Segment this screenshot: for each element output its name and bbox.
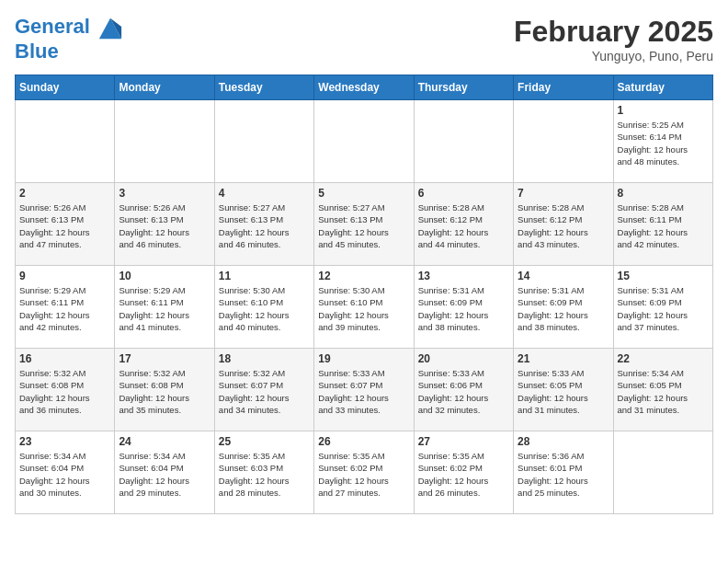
- day-info: Sunrise: 5:27 AMSunset: 6:13 PMDaylight:…: [318, 201, 409, 250]
- calendar-cell: [613, 431, 712, 514]
- col-header-saturday: Saturday: [613, 75, 712, 100]
- day-number: 22: [618, 352, 709, 365]
- day-info: Sunrise: 5:27 AMSunset: 6:13 PMDaylight:…: [219, 201, 310, 250]
- calendar-cell: 20Sunrise: 5:33 AMSunset: 6:06 PMDayligh…: [414, 349, 513, 431]
- day-info: Sunrise: 5:28 AMSunset: 6:12 PMDaylight:…: [418, 201, 509, 250]
- calendar-cell: 3Sunrise: 5:26 AMSunset: 6:13 PMDaylight…: [115, 183, 214, 266]
- calendar-cell: 16Sunrise: 5:32 AMSunset: 6:08 PMDayligh…: [16, 349, 115, 431]
- day-info: Sunrise: 5:34 AMSunset: 6:04 PMDaylight:…: [19, 450, 110, 499]
- calendar-cell: 27Sunrise: 5:35 AMSunset: 6:02 PMDayligh…: [414, 431, 513, 514]
- day-number: 21: [518, 352, 609, 365]
- day-info: Sunrise: 5:33 AMSunset: 6:05 PMDaylight:…: [518, 367, 609, 416]
- day-number: 6: [418, 187, 509, 200]
- day-info: Sunrise: 5:29 AMSunset: 6:11 PMDaylight:…: [19, 284, 110, 333]
- day-number: 7: [518, 187, 609, 200]
- calendar-cell: [414, 100, 513, 183]
- day-info: Sunrise: 5:35 AMSunset: 6:02 PMDaylight:…: [418, 450, 509, 499]
- day-number: 10: [119, 270, 210, 282]
- day-number: 23: [19, 435, 110, 448]
- calendar-cell: [16, 100, 115, 183]
- day-number: 15: [618, 270, 709, 282]
- calendar-cell: 18Sunrise: 5:32 AMSunset: 6:07 PMDayligh…: [214, 349, 313, 431]
- logo-text2: Blue: [15, 40, 123, 63]
- day-number: 14: [518, 270, 609, 282]
- day-info: Sunrise: 5:36 AMSunset: 6:01 PMDaylight:…: [518, 450, 609, 499]
- day-number: 27: [418, 435, 509, 448]
- col-header-tuesday: Tuesday: [214, 75, 313, 100]
- calendar-cell: 7Sunrise: 5:28 AMSunset: 6:12 PMDaylight…: [514, 183, 613, 266]
- logo: General Blue: [15, 15, 123, 63]
- day-info: Sunrise: 5:31 AMSunset: 6:09 PMDaylight:…: [418, 284, 509, 333]
- calendar-cell: 1Sunrise: 5:25 AMSunset: 6:14 PMDaylight…: [613, 100, 712, 183]
- col-header-monday: Monday: [115, 75, 214, 100]
- day-number: 5: [318, 187, 409, 200]
- calendar-cell: 22Sunrise: 5:34 AMSunset: 6:05 PMDayligh…: [613, 349, 712, 431]
- calendar-cell: 19Sunrise: 5:33 AMSunset: 6:07 PMDayligh…: [314, 349, 414, 431]
- calendar-cell: 10Sunrise: 5:29 AMSunset: 6:11 PMDayligh…: [115, 266, 214, 349]
- day-info: Sunrise: 5:26 AMSunset: 6:13 PMDaylight:…: [119, 201, 210, 250]
- calendar-cell: 11Sunrise: 5:30 AMSunset: 6:10 PMDayligh…: [214, 266, 313, 349]
- day-number: 1: [618, 104, 709, 117]
- col-header-friday: Friday: [514, 75, 613, 100]
- day-info: Sunrise: 5:29 AMSunset: 6:11 PMDaylight:…: [119, 284, 210, 333]
- day-number: 17: [119, 352, 210, 365]
- day-info: Sunrise: 5:34 AMSunset: 6:04 PMDaylight:…: [119, 450, 210, 499]
- day-number: 16: [19, 352, 110, 365]
- calendar-cell: 8Sunrise: 5:28 AMSunset: 6:11 PMDaylight…: [613, 183, 712, 266]
- page-header: General Blue February 2025 Yunguyo, Puno…: [15, 15, 713, 63]
- day-info: Sunrise: 5:31 AMSunset: 6:09 PMDaylight:…: [618, 284, 709, 333]
- day-number: 26: [318, 435, 409, 448]
- day-info: Sunrise: 5:31 AMSunset: 6:09 PMDaylight:…: [518, 284, 609, 333]
- day-number: 11: [219, 270, 310, 282]
- day-number: 24: [119, 435, 210, 448]
- calendar-cell: [115, 100, 214, 183]
- day-number: 13: [418, 270, 509, 282]
- calendar-cell: 24Sunrise: 5:34 AMSunset: 6:04 PMDayligh…: [115, 431, 214, 514]
- calendar-cell: 15Sunrise: 5:31 AMSunset: 6:09 PMDayligh…: [613, 266, 712, 349]
- calendar-cell: [214, 100, 313, 183]
- calendar-cell: [514, 100, 613, 183]
- col-header-sunday: Sunday: [16, 75, 115, 100]
- calendar-cell: 23Sunrise: 5:34 AMSunset: 6:04 PMDayligh…: [16, 431, 115, 514]
- calendar-cell: 5Sunrise: 5:27 AMSunset: 6:13 PMDaylight…: [314, 183, 414, 266]
- calendar-table: SundayMondayTuesdayWednesdayThursdayFrid…: [15, 75, 713, 514]
- day-number: 12: [318, 270, 409, 282]
- calendar-cell: 26Sunrise: 5:35 AMSunset: 6:02 PMDayligh…: [314, 431, 414, 514]
- day-number: 25: [219, 435, 310, 448]
- day-info: Sunrise: 5:32 AMSunset: 6:07 PMDaylight:…: [219, 367, 310, 416]
- col-header-thursday: Thursday: [414, 75, 513, 100]
- day-number: 8: [618, 187, 709, 200]
- day-info: Sunrise: 5:30 AMSunset: 6:10 PMDaylight:…: [318, 284, 409, 333]
- calendar-cell: 17Sunrise: 5:32 AMSunset: 6:08 PMDayligh…: [115, 349, 214, 431]
- day-info: Sunrise: 5:33 AMSunset: 6:06 PMDaylight:…: [418, 367, 509, 416]
- day-info: Sunrise: 5:26 AMSunset: 6:13 PMDaylight:…: [19, 201, 110, 250]
- day-info: Sunrise: 5:28 AMSunset: 6:12 PMDaylight:…: [518, 201, 609, 250]
- calendar-cell: 6Sunrise: 5:28 AMSunset: 6:12 PMDaylight…: [414, 183, 513, 266]
- day-number: 4: [219, 187, 310, 200]
- day-info: Sunrise: 5:30 AMSunset: 6:10 PMDaylight:…: [219, 284, 310, 333]
- calendar-cell: 28Sunrise: 5:36 AMSunset: 6:01 PMDayligh…: [514, 431, 613, 514]
- logo-text: General: [15, 15, 123, 40]
- day-number: 3: [119, 187, 210, 200]
- calendar-cell: 25Sunrise: 5:35 AMSunset: 6:03 PMDayligh…: [214, 431, 313, 514]
- calendar-cell: 21Sunrise: 5:33 AMSunset: 6:05 PMDayligh…: [514, 349, 613, 431]
- day-info: Sunrise: 5:32 AMSunset: 6:08 PMDaylight:…: [119, 367, 210, 416]
- day-info: Sunrise: 5:35 AMSunset: 6:02 PMDaylight:…: [318, 450, 409, 499]
- calendar-cell: [314, 100, 414, 183]
- calendar-cell: 13Sunrise: 5:31 AMSunset: 6:09 PMDayligh…: [414, 266, 513, 349]
- title-block: February 2025 Yunguyo, Puno, Peru: [514, 15, 713, 63]
- calendar-cell: 14Sunrise: 5:31 AMSunset: 6:09 PMDayligh…: [514, 266, 613, 349]
- calendar-cell: 2Sunrise: 5:26 AMSunset: 6:13 PMDaylight…: [16, 183, 115, 266]
- calendar-cell: 12Sunrise: 5:30 AMSunset: 6:10 PMDayligh…: [314, 266, 414, 349]
- day-info: Sunrise: 5:32 AMSunset: 6:08 PMDaylight:…: [19, 367, 110, 416]
- day-number: 2: [19, 187, 110, 200]
- day-info: Sunrise: 5:33 AMSunset: 6:07 PMDaylight:…: [318, 367, 409, 416]
- col-header-wednesday: Wednesday: [314, 75, 414, 100]
- day-number: 20: [418, 352, 509, 365]
- day-number: 18: [219, 352, 310, 365]
- day-info: Sunrise: 5:34 AMSunset: 6:05 PMDaylight:…: [618, 367, 709, 416]
- day-number: 28: [518, 435, 609, 448]
- day-number: 19: [318, 352, 409, 365]
- calendar-cell: 9Sunrise: 5:29 AMSunset: 6:11 PMDaylight…: [16, 266, 115, 349]
- subtitle: Yunguyo, Puno, Peru: [514, 49, 713, 63]
